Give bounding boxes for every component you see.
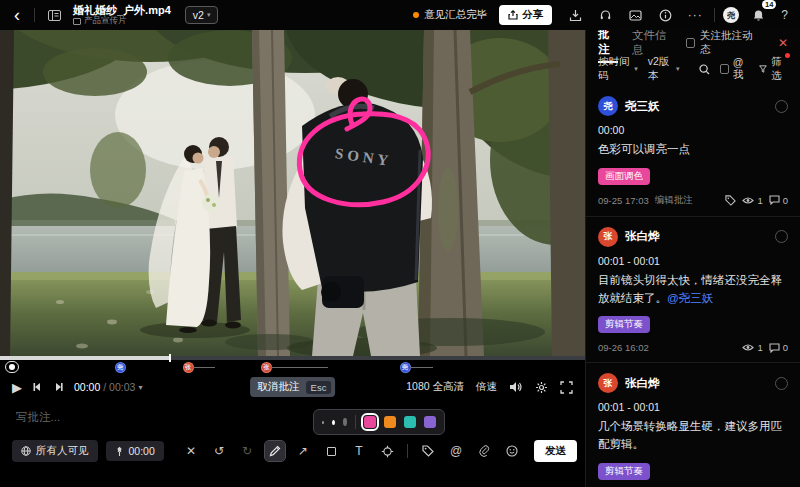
resolve-radio[interactable]	[775, 377, 788, 390]
review-status[interactable]: 意见汇总完毕	[413, 8, 487, 22]
rectangle-tool-icon[interactable]	[321, 441, 341, 461]
media-icon[interactable]	[624, 4, 646, 26]
timeline-comment-marker[interactable]: 尧	[115, 361, 126, 373]
comment-tag-icon[interactable]	[725, 195, 736, 206]
comment-card[interactable]: 张 张白烨 00:01 - 00:01 几个场景转换略显生硬，建议多用匹配剪辑。…	[586, 363, 800, 487]
comment-list: 尧 尧三妖 00:00 色彩可以调亮一点 画面调色 09-25 17:03 编辑…	[586, 86, 800, 487]
notifications-bell-icon[interactable]: 14	[747, 4, 769, 26]
fullscreen-icon[interactable]	[560, 381, 573, 394]
more-menu[interactable]: ···	[684, 4, 706, 26]
quality-selector[interactable]: 1080 全高清	[406, 380, 464, 394]
comment-author: 尧三妖	[625, 99, 768, 114]
checkbox-icon	[686, 38, 695, 48]
settings-gear-icon[interactable]	[535, 381, 548, 394]
project-icon	[73, 18, 81, 25]
resolve-radio[interactable]	[775, 100, 788, 113]
tag-icon[interactable]	[418, 441, 438, 461]
total-time: / 00:03	[103, 381, 135, 393]
user-avatar[interactable]: 尧	[723, 7, 739, 23]
status-dot	[413, 12, 419, 18]
comment-input[interactable]: 写批注...	[16, 410, 569, 425]
comment-views[interactable]: 1	[742, 342, 762, 353]
comment-timecode[interactable]: 00:00	[598, 124, 788, 136]
cancel-annotation-button[interactable]: 取消批注 Esc	[250, 377, 336, 397]
brush-size-medium[interactable]	[332, 420, 335, 425]
version-filter-dropdown[interactable]: v2版本 ▾	[648, 55, 680, 83]
pin-timecode-label: 00:00	[129, 445, 155, 457]
emoji-icon[interactable]	[502, 441, 522, 461]
brush-size-small[interactable]	[322, 421, 324, 424]
comment-card[interactable]: 尧 尧三妖 00:00 色彩可以调亮一点 画面调色 09-25 17:03 编辑…	[586, 86, 800, 217]
mention-icon[interactable]: @	[446, 441, 466, 461]
version-dropdown[interactable]: v2 ▾	[185, 6, 219, 24]
timeline-comment-marker[interactable]: 张	[183, 361, 194, 373]
timeline-current-marker[interactable]	[5, 361, 19, 373]
follow-activity-checkbox[interactable]: 关注批注动态	[686, 30, 754, 57]
share-icon	[508, 10, 518, 20]
search-icon[interactable]	[699, 64, 710, 75]
project-subtitle: 产品宣传片	[73, 16, 171, 26]
pen-tool-icon[interactable]	[265, 441, 285, 461]
headset-icon[interactable]	[594, 4, 616, 26]
previous-frame-button[interactable]	[32, 382, 43, 392]
video-review-app: ‹ 婚礼婚纱_户外.mp4 产品宣传片 v2 ▾ 意见汇总完毕 分享	[0, 0, 800, 487]
back-button[interactable]: ‹	[8, 6, 26, 24]
resolve-radio[interactable]	[775, 230, 788, 243]
composer-toolbar: 所有人可见 00:00 ✕ ↺ ↻ ↗ T @	[12, 438, 577, 464]
pin-icon	[115, 446, 124, 457]
brush-color-swatch[interactable]	[424, 416, 436, 428]
video-frame[interactable]: SONY	[0, 30, 585, 356]
share-label: 分享	[522, 8, 543, 22]
redo-icon[interactable]: ↻	[237, 441, 257, 461]
send-button[interactable]: 发送	[534, 440, 577, 462]
brush-color-swatch[interactable]	[404, 416, 416, 428]
filter-button[interactable]: 筛选	[759, 55, 788, 83]
playback-speed-selector[interactable]: 倍速	[476, 380, 497, 394]
checkbox-icon	[720, 64, 728, 74]
timeline-comment-marker[interactable]: 尧	[400, 361, 411, 373]
status-label: 意见汇总完毕	[424, 8, 487, 22]
brush-color-swatch[interactable]	[384, 416, 396, 428]
pin-timecode-button[interactable]: 00:00	[106, 441, 164, 461]
comment-replies[interactable]: 0	[769, 195, 788, 206]
comment-mention[interactable]: @尧三妖	[667, 292, 713, 304]
comment-card[interactable]: 张 张白烨 00:01 - 00:01 目前镜头切得太快，情绪还没完全释放就结束…	[586, 217, 800, 364]
comment-views[interactable]: 1	[742, 195, 762, 206]
visibility-selector[interactable]: 所有人可见	[12, 440, 98, 462]
undo-icon[interactable]: ↺	[209, 441, 229, 461]
comment-replies[interactable]: 0	[769, 342, 788, 353]
crosshair-tool-icon[interactable]	[377, 441, 397, 461]
comment-timecode[interactable]: 00:01 - 00:01	[598, 255, 788, 267]
reply-bubble-icon	[769, 195, 780, 205]
comment-tag[interactable]: 画面调色	[598, 168, 650, 185]
comment-views-count: 1	[757, 342, 762, 353]
comment-timecode[interactable]: 00:01 - 00:01	[598, 401, 788, 413]
text-tool-icon[interactable]: T	[349, 441, 369, 461]
brush-palette	[313, 409, 445, 435]
close-sidebar-icon[interactable]: ✕	[778, 36, 788, 50]
sort-dropdown[interactable]: 按时间码 ▾	[598, 55, 638, 83]
help-button[interactable]: ?	[777, 8, 792, 22]
next-frame-button[interactable]	[53, 382, 64, 392]
comment-text: 色彩可以调亮一点	[598, 143, 690, 155]
brush-color-swatch[interactable]	[364, 416, 376, 428]
info-icon[interactable]	[654, 4, 676, 26]
comment-text-wrap: 色彩可以调亮一点	[598, 141, 788, 159]
collapse-panel-icon[interactable]	[43, 4, 65, 26]
filter-active-dot	[785, 53, 790, 58]
download-icon[interactable]	[564, 4, 586, 26]
arrow-tool-icon[interactable]: ↗	[293, 441, 313, 461]
comment-text-wrap: 几个场景转换略显生硬，建议多用匹配剪辑。	[598, 418, 788, 454]
comment-tag[interactable]: 剪辑节奏	[598, 316, 650, 333]
play-button[interactable]: ▶	[12, 380, 22, 395]
cancel-annotation-label: 取消批注	[258, 380, 300, 394]
share-button[interactable]: 分享	[499, 5, 552, 25]
brush-size-large[interactable]	[343, 418, 348, 426]
mentions-me-filter[interactable]: @我	[720, 56, 749, 82]
close-icon[interactable]: ✕	[181, 441, 201, 461]
comment-tag[interactable]: 剪辑节奏	[598, 463, 650, 480]
attachment-icon[interactable]	[474, 441, 494, 461]
timeline-comment-marker[interactable]: 张	[261, 361, 272, 373]
time-display[interactable]: 00:00 / 00:03 ▾	[74, 381, 142, 393]
volume-icon[interactable]	[509, 381, 523, 393]
